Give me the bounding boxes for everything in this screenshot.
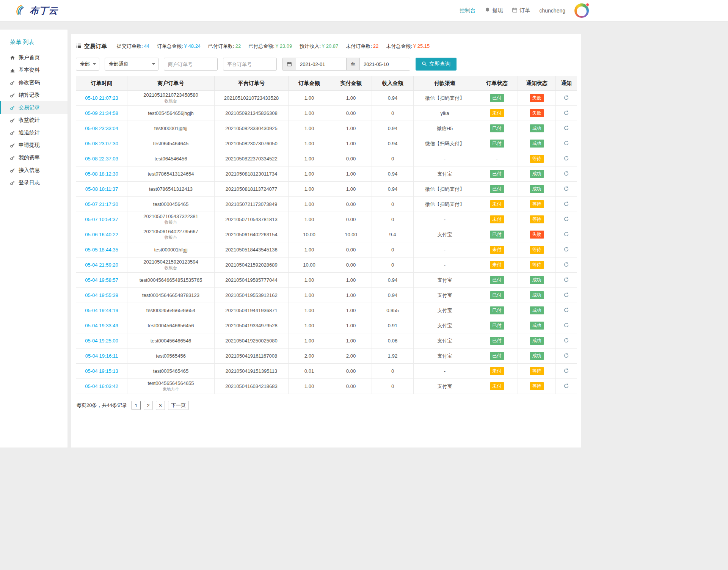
order-time-link[interactable]: 05-07 21:17:30 bbox=[85, 201, 118, 207]
status-badge: 未付 bbox=[490, 261, 504, 269]
order-amount-cell: 1.00 bbox=[289, 318, 330, 333]
order-time-link[interactable]: 05-04 19:44:19 bbox=[85, 308, 118, 313]
order-time-link[interactable]: 05-04 19:15:13 bbox=[85, 368, 118, 374]
refresh-icon[interactable] bbox=[563, 125, 569, 131]
nav-orders[interactable]: 订单 bbox=[512, 7, 530, 14]
order-time-cell: 05-04 19:58:57 bbox=[76, 273, 127, 288]
sidebar-item-7[interactable]: 申请提现 bbox=[0, 139, 67, 151]
status-select[interactable]: 全部 bbox=[76, 58, 99, 71]
paid-amount-cell: 1.00 bbox=[330, 303, 372, 318]
payment-channel-cell: 支付宝 bbox=[414, 288, 476, 303]
search-button[interactable]: 立即查询 bbox=[416, 58, 457, 71]
order-time-link[interactable]: 05-07 10:54:37 bbox=[85, 217, 118, 222]
platform-order-no-cell: 2021050721173073849 bbox=[215, 197, 289, 212]
order-time-link[interactable]: 05-05 18:44:35 bbox=[85, 247, 118, 253]
refresh-icon[interactable] bbox=[563, 368, 569, 374]
notify-status-cell: 失败 bbox=[518, 106, 556, 121]
key-icon bbox=[10, 168, 15, 173]
refresh-icon[interactable] bbox=[563, 322, 569, 328]
logo[interactable]: 布丁云 bbox=[15, 5, 58, 17]
refresh-icon[interactable] bbox=[563, 201, 569, 207]
sidebar-item-5[interactable]: 收益统计 bbox=[0, 114, 67, 126]
calendar-icon[interactable] bbox=[282, 58, 296, 70]
income-amount-cell: 0 bbox=[372, 364, 414, 379]
order-time-link[interactable]: 05-04 19:33:49 bbox=[85, 323, 118, 328]
sidebar-item-6[interactable]: 通道统计 bbox=[0, 126, 67, 139]
refresh-icon[interactable] bbox=[563, 247, 569, 252]
order-time-link[interactable]: 05-09 21:34:58 bbox=[85, 110, 118, 116]
page-button-2[interactable]: 2 bbox=[144, 401, 153, 410]
merchant-order-no-input[interactable] bbox=[164, 58, 218, 71]
order-time-link[interactable]: 05-08 22:37:03 bbox=[85, 156, 118, 162]
status-badge: 失败 bbox=[530, 231, 544, 238]
refresh-icon[interactable] bbox=[563, 292, 569, 298]
refresh-icon[interactable] bbox=[563, 216, 569, 222]
order-time-link[interactable]: 05-04 19:58:57 bbox=[85, 277, 118, 283]
nav-console[interactable]: 控制台 bbox=[460, 7, 475, 14]
order-time-link[interactable]: 05-08 23:33:04 bbox=[85, 126, 118, 131]
sidebar-item-8[interactable]: 我的费率 bbox=[0, 151, 67, 164]
order-time-link[interactable]: 05-04 16:03:42 bbox=[85, 383, 118, 389]
merchant-order-no-cell: test00045646654851535765 bbox=[127, 273, 215, 288]
notify-cell bbox=[556, 288, 577, 303]
sidebar-item-10[interactable]: 登录日志 bbox=[0, 176, 67, 189]
order-time-link[interactable]: 05-04 19:25:00 bbox=[85, 338, 118, 344]
order-amount-cell: 1.00 bbox=[289, 166, 330, 182]
key-icon bbox=[10, 180, 15, 185]
sidebar-item-0[interactable]: 账户首页 bbox=[0, 51, 67, 64]
platform-order-no-input[interactable] bbox=[223, 58, 277, 71]
refresh-icon[interactable] bbox=[563, 171, 569, 176]
status-badge: 成功 bbox=[530, 352, 544, 360]
refresh-icon[interactable] bbox=[563, 186, 569, 192]
payment-channel-cell: 支付宝 bbox=[414, 166, 476, 182]
refresh-icon[interactable] bbox=[563, 262, 569, 267]
order-time-link[interactable]: 05-06 16:40:22 bbox=[85, 232, 118, 237]
nav-username[interactable]: chuncheng bbox=[539, 8, 565, 14]
order-status-cell: 已付 bbox=[476, 227, 518, 242]
stat-item: 订单总金额:¥ 48.24 bbox=[157, 43, 201, 50]
order-time-link[interactable]: 05-08 18:12:30 bbox=[85, 171, 118, 177]
nav-withdraw[interactable]: 提现 bbox=[485, 7, 503, 14]
refresh-icon[interactable] bbox=[563, 155, 569, 161]
refresh-icon[interactable] bbox=[563, 110, 569, 116]
next-page-button[interactable]: 下一页 bbox=[168, 401, 189, 410]
refresh-icon[interactable] bbox=[563, 383, 569, 389]
notify-cell bbox=[556, 303, 577, 318]
top-nav: 控制台 提现 订单 bbox=[460, 3, 589, 18]
sidebar-item-3[interactable]: 结算记录 bbox=[0, 89, 67, 101]
notify-status-cell: 成功 bbox=[518, 303, 556, 318]
order-time-link[interactable]: 05-04 21:59:20 bbox=[85, 262, 118, 268]
order-time-link[interactable]: 05-04 19:55:39 bbox=[85, 292, 118, 298]
refresh-icon[interactable] bbox=[563, 277, 569, 283]
merchant-order-no-cell: test07865413124654 bbox=[127, 166, 215, 182]
page-button-1[interactable]: 1 bbox=[132, 401, 141, 410]
page-button-3[interactable]: 3 bbox=[156, 401, 165, 410]
status-badge: 成功 bbox=[530, 140, 544, 147]
key-icon bbox=[10, 105, 15, 110]
order-time-link[interactable]: 05-08 18:11:37 bbox=[85, 186, 118, 192]
merchant-order-no-cell: test00045646656456 bbox=[127, 318, 215, 333]
order-time-link[interactable]: 05-10 21:07:23 bbox=[85, 95, 118, 101]
refresh-icon[interactable] bbox=[563, 231, 569, 237]
refresh-icon[interactable] bbox=[563, 353, 569, 358]
date-to-input[interactable] bbox=[360, 58, 410, 70]
order-time-link[interactable]: 05-04 19:16:11 bbox=[85, 353, 118, 359]
date-from-input[interactable] bbox=[296, 58, 346, 70]
refresh-icon[interactable] bbox=[563, 95, 569, 100]
sidebar-item-2[interactable]: 修改密码 bbox=[0, 76, 67, 89]
refresh-icon[interactable] bbox=[563, 140, 569, 146]
order-amount-cell: 1.00 bbox=[289, 151, 330, 166]
order-time-link[interactable]: 05-08 23:07:30 bbox=[85, 141, 118, 146]
table-row: 05-04 19:58:57test0004564665485153576520… bbox=[76, 273, 577, 288]
order-amount-cell: 10.00 bbox=[289, 258, 330, 273]
sidebar-item-9[interactable]: 接入信息 bbox=[0, 164, 67, 176]
notify-status-cell: 成功 bbox=[518, 121, 556, 136]
user-avatar[interactable] bbox=[574, 3, 589, 18]
refresh-icon[interactable] bbox=[563, 307, 569, 313]
notify-cell bbox=[556, 212, 577, 227]
refresh-icon[interactable] bbox=[563, 338, 569, 343]
sidebar-item-1[interactable]: 基本资料 bbox=[0, 64, 67, 76]
top-header: 布丁云 控制台 提现 bbox=[0, 0, 728, 22]
sidebar-item-4[interactable]: 交易记录 bbox=[0, 101, 67, 114]
channel-select[interactable]: 全部通道 bbox=[105, 58, 158, 71]
